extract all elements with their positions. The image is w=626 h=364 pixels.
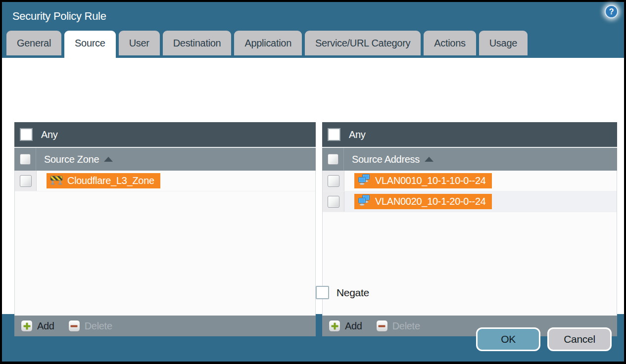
plus-icon	[21, 320, 33, 332]
table-row[interactable]: VLAN0020_10-1-20-0--24	[323, 191, 617, 212]
tab-general[interactable]: General	[6, 31, 61, 55]
source-address-select-all-checkbox[interactable]	[328, 154, 338, 165]
tab-actions[interactable]: Actions	[424, 31, 476, 55]
source-address-panel: Any Source Address	[322, 122, 617, 336]
address-icon	[358, 174, 371, 187]
minus-icon	[68, 320, 80, 332]
source-zone-any-label: Any	[41, 129, 58, 140]
cancel-button[interactable]: Cancel	[547, 327, 612, 351]
tab-user[interactable]: User	[119, 31, 160, 55]
tab-content-area: Any Source Zone	[2, 58, 624, 314]
source-address-item-label: VLAN0020_10-1-20-0--24	[375, 196, 486, 207]
sort-ascending-icon	[104, 157, 113, 162]
tab-destination[interactable]: Destination	[163, 31, 232, 55]
source-address-any-label: Any	[349, 129, 366, 140]
source-zone-any-header: Any	[14, 122, 316, 147]
tab-bar: General Source User Destination Applicat…	[2, 31, 624, 58]
minus-icon	[376, 320, 388, 332]
source-address-column-title: Source Address	[352, 154, 420, 165]
source-address-item-label: VLAN0010_10-1-10-0--24	[375, 175, 486, 186]
source-address-any-header: Any	[322, 122, 617, 147]
tab-service-url-category[interactable]: Service/URL Category	[305, 31, 421, 55]
help-icon[interactable]: ?	[605, 5, 618, 18]
source-zone-column-header[interactable]: Source Zone	[14, 147, 316, 171]
address-icon	[358, 195, 371, 208]
add-button[interactable]: Add	[329, 320, 362, 332]
source-zone-footer: Add Delete	[14, 316, 316, 336]
source-zone-list: Cloudflare_L3_Zone	[14, 171, 316, 316]
negate-checkbox[interactable]	[316, 286, 329, 299]
source-zone-item-label: Cloudflare_L3_Zone	[67, 175, 154, 186]
zone-icon	[50, 174, 63, 187]
negate-option: Negate	[316, 286, 369, 299]
row-checkbox[interactable]	[328, 196, 339, 208]
row-checkbox[interactable]	[328, 175, 339, 187]
source-address-selected-item[interactable]: VLAN0010_10-1-10-0--24	[354, 173, 492, 188]
delete-button[interactable]: Delete	[376, 320, 420, 332]
page-title: Security Policy Rule	[12, 10, 106, 23]
tab-application[interactable]: Application	[234, 31, 302, 55]
source-address-column-header[interactable]: Source Address	[322, 147, 617, 171]
source-zone-selected-item[interactable]: Cloudflare_L3_Zone	[47, 173, 160, 188]
plus-icon	[329, 320, 340, 332]
source-address-any-checkbox[interactable]	[328, 128, 340, 141]
help-glyph: ?	[609, 7, 614, 16]
ok-button[interactable]: OK	[476, 327, 540, 351]
row-checkbox[interactable]	[20, 175, 32, 187]
source-address-selected-item[interactable]: VLAN0020_10-1-20-0--24	[354, 194, 492, 209]
add-button[interactable]: Add	[21, 320, 54, 332]
source-zone-column-title: Source Zone	[44, 154, 99, 165]
title-bar: Security Policy Rule	[2, 2, 624, 31]
tab-usage[interactable]: Usage	[479, 31, 528, 55]
sort-ascending-icon	[425, 157, 433, 162]
negate-label: Negate	[337, 287, 369, 299]
delete-button[interactable]: Delete	[68, 320, 112, 332]
source-zone-panel: Any Source Zone	[14, 122, 316, 336]
table-row[interactable]: VLAN0010_10-1-10-0--24	[323, 171, 617, 191]
tab-source[interactable]: Source	[64, 31, 116, 59]
table-row[interactable]: Cloudflare_L3_Zone	[15, 171, 315, 191]
source-zone-any-checkbox[interactable]	[20, 128, 33, 141]
source-zone-select-all-checkbox[interactable]	[20, 154, 31, 165]
